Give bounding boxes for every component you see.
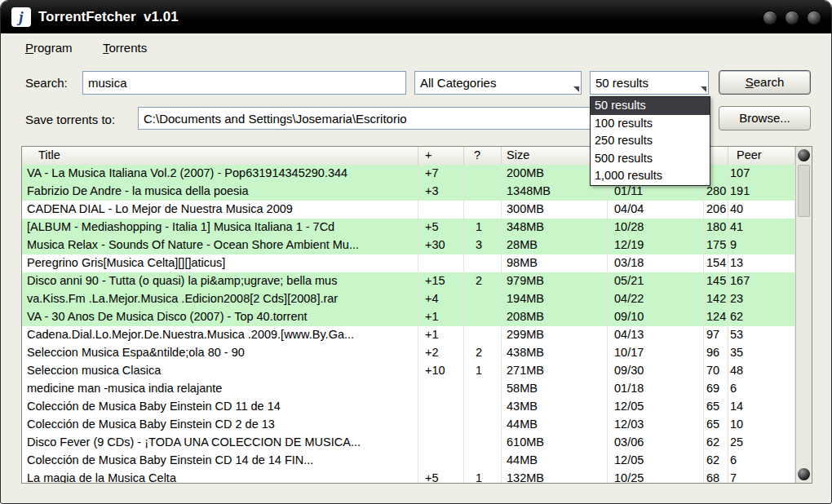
cell-size: 28MB [502, 237, 608, 254]
cell-seed: 180 [704, 219, 728, 237]
table-row[interactable]: medicine man -musica india relajante58MB… [22, 380, 795, 398]
cell-title: Colección de Musica Baby Einstein CD 2 d… [22, 416, 418, 434]
app-window: j TorrentFetcher v1.01 Program Torrents … [0, 0, 832, 504]
cell-date: 05/21 [608, 272, 704, 290]
table-row[interactable]: Seleccion Musica Espa&ntilde;ola 80 - 90… [22, 344, 795, 362]
cell-seed: 68 [704, 470, 728, 483]
scroll-down-button[interactable] [798, 468, 810, 480]
scroll-up-button[interactable] [798, 149, 810, 161]
cell-plus [418, 201, 464, 219]
cell-title: VA - 30 Anos De Musica Disco (2007) - To… [22, 308, 418, 326]
cell-title: Disco anni 90 - Tutta (o quasi) la pi&am… [22, 272, 418, 290]
category-select[interactable]: All Categories [414, 71, 582, 95]
window-controls [763, 11, 821, 25]
cell-q [464, 201, 502, 219]
cell-seed: 65 [704, 416, 728, 434]
cell-q [464, 434, 502, 452]
cell-q [464, 416, 502, 434]
cell-seed: 97 [704, 326, 728, 344]
cell-peer: 7 [728, 470, 795, 483]
cell-date: 10/28 [608, 219, 704, 237]
cell-title: medicine man -musica india relajante [22, 380, 418, 398]
app-icon: j [11, 7, 31, 27]
table-row[interactable]: va.Kiss.Fm .La.Mejor.Musica .Edicion2008… [22, 290, 795, 308]
browse-button[interactable]: Browse... [719, 106, 811, 130]
search-button[interactable]: Search [719, 70, 811, 95]
table-row[interactable]: Disco Fever (9 CDs) - ¡TODA UNA COLECCIO… [22, 434, 795, 452]
cell-date: 04/13 [608, 326, 704, 344]
cell-plus [418, 416, 464, 434]
results-select[interactable]: 50 results [590, 71, 709, 95]
title-bar[interactable]: j TorrentFetcher v1.01 [1, 1, 831, 33]
table-row[interactable]: La magia de la Musica Celta+51132MB10/25… [22, 470, 795, 483]
menu-bar: Program Torrents [1, 38, 831, 60]
cell-seed: 206 [704, 201, 728, 219]
cell-size: 132MB [502, 470, 608, 483]
cell-size: 43MB [502, 398, 608, 416]
maximize-button[interactable] [785, 11, 799, 25]
cell-plus [418, 254, 464, 272]
cell-seed: 96 [704, 344, 728, 362]
category-select-value: All Categories [420, 76, 496, 90]
table-row[interactable]: [ALBUM - Mediashopping - Italia 1] Music… [22, 219, 795, 237]
column-header-title[interactable]: Title [22, 147, 418, 165]
close-button[interactable] [807, 11, 821, 25]
cell-plus: +7 [418, 165, 464, 183]
cell-peer: 40 [728, 201, 795, 219]
cell-date: 09/10 [608, 308, 704, 326]
scrollbar-thumb[interactable] [798, 165, 810, 217]
torrent-table-body: VA - La Musica Italiana Vol.2 (2007) - P… [22, 165, 795, 483]
table-row[interactable]: Peregrino Gris[Musica Celta][][]aticus]9… [22, 254, 795, 272]
table-row[interactable]: Seleccion musica Clasica+101271MB09/3070… [22, 362, 795, 380]
table-row[interactable]: VA - 30 Anos De Musica Disco (2007) - To… [22, 308, 795, 326]
table-row[interactable]: CADENA DIAL - Lo Mejor de Nuestra Musica… [22, 201, 795, 219]
table-row[interactable]: Colección de Musica Baby Einstein CD 2 d… [22, 416, 795, 434]
cell-date: 10/25 [608, 470, 704, 483]
results-dropdown-option[interactable]: 100 results [591, 115, 710, 133]
cell-seed: 145 [704, 272, 728, 290]
menu-torrents[interactable]: Torrents [103, 41, 147, 55]
cell-plus: +1 [418, 326, 464, 344]
cell-q [464, 452, 502, 470]
cell-date: 12/03 [608, 416, 704, 434]
minimize-button[interactable] [763, 11, 777, 25]
search-input[interactable] [82, 71, 406, 95]
cell-date: 03/06 [608, 434, 704, 452]
cell-q: 1 [464, 362, 502, 380]
column-header-peer[interactable]: Peer [728, 147, 795, 165]
cell-peer: 35 [728, 344, 795, 362]
cell-date: 09/30 [608, 362, 704, 380]
cell-plus: +2 [418, 344, 464, 362]
cell-q: 1 [464, 470, 502, 483]
cell-peer: 25 [728, 434, 795, 452]
cell-q [464, 308, 502, 326]
results-dropdown-option[interactable]: 50 results [591, 97, 710, 115]
cell-size: 44MB [502, 416, 608, 434]
cell-title: La magia de la Musica Celta [22, 470, 418, 483]
cell-plus: +4 [418, 290, 464, 308]
cell-q: 2 [464, 344, 502, 362]
cell-peer: 10 [728, 416, 795, 434]
results-dropdown-list: 50 results100 results250 results500 resu… [590, 96, 710, 186]
cell-seed: 142 [704, 290, 728, 308]
results-dropdown-option[interactable]: 500 results [591, 150, 710, 168]
cell-peer: 9 [728, 237, 795, 254]
table-scrollbar[interactable] [795, 147, 812, 483]
table-row[interactable]: Cadena.Dial.Lo.Mejor.De.Nuestra.Musica .… [22, 326, 795, 344]
cell-date: 12/05 [608, 452, 704, 470]
table-row[interactable]: Colección de Musica Baby Einstein CD 11 … [22, 398, 795, 416]
menu-program[interactable]: Program [25, 41, 73, 55]
cell-size: 438MB [502, 344, 608, 362]
table-row[interactable]: Disco anni 90 - Tutta (o quasi) la pi&am… [22, 272, 795, 290]
cell-plus: +5 [418, 219, 464, 237]
cell-plus: +15 [418, 272, 464, 290]
cell-peer: 13 [728, 254, 795, 272]
cell-title: Seleccion Musica Espa&ntilde;ola 80 - 90 [22, 344, 418, 362]
results-dropdown-option[interactable]: 1,000 results [591, 167, 710, 185]
column-header-question[interactable]: ? [464, 147, 502, 165]
column-header-plus[interactable]: + [418, 147, 464, 165]
table-row[interactable]: Musica Relax - Sounds Of Nature - Ocean … [22, 237, 795, 254]
table-row[interactable]: Colección de Musica Baby Einstein CD 14 … [22, 452, 795, 470]
results-dropdown-option[interactable]: 250 results [591, 132, 710, 150]
cell-plus: +5 [418, 470, 464, 483]
